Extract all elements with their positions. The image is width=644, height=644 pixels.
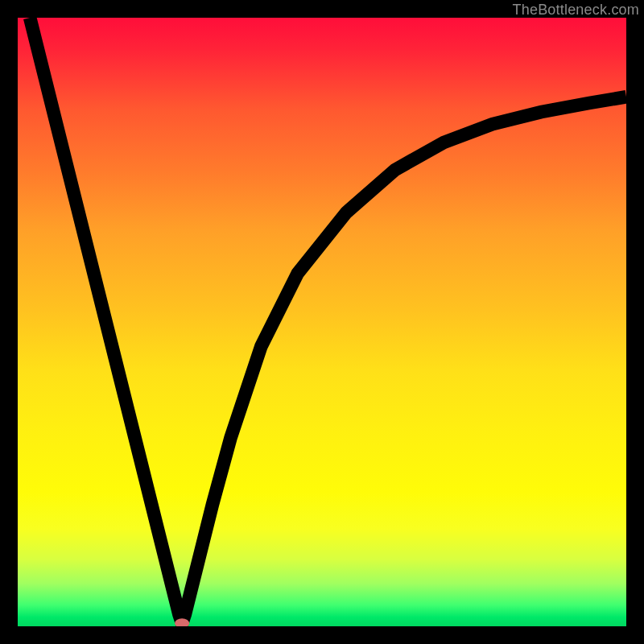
bottleneck-curve [30, 18, 626, 623]
chart-container: TheBottleneck.com [0, 0, 644, 644]
curve-svg [18, 18, 626, 626]
plot-area [18, 18, 626, 626]
watermark-text: TheBottleneck.com [513, 2, 639, 19]
